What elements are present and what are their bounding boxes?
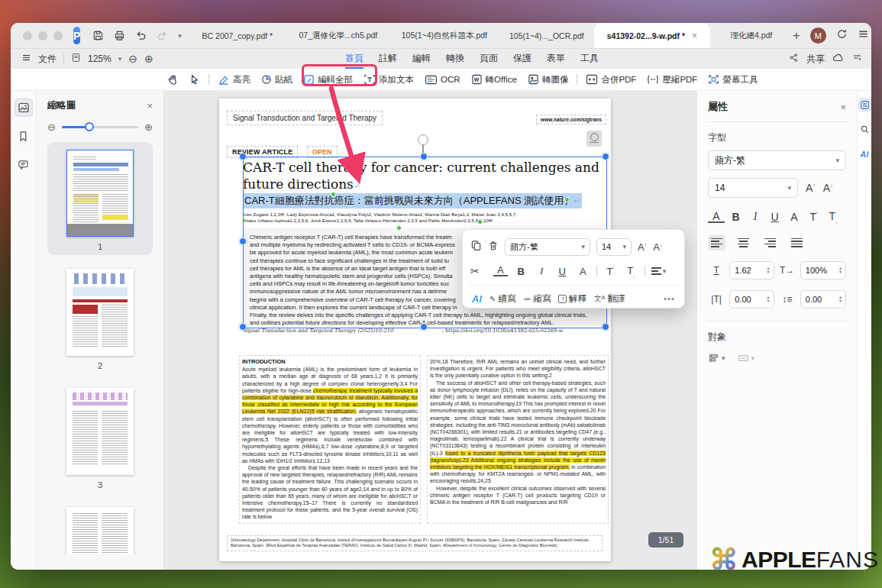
- highlight-tool[interactable]: 高亮: [218, 74, 250, 86]
- sticker-tool[interactable]: 貼紙: [261, 74, 292, 86]
- search-icon[interactable]: [858, 123, 871, 136]
- citation-line: Signal Transduction and Targeted Therapy…: [243, 328, 606, 334]
- file-menu-icon[interactable]: [21, 53, 31, 65]
- font-family-select[interactable]: 蘋方-繁▾: [708, 150, 846, 170]
- add-text-tool[interactable]: 添加文本: [363, 74, 414, 86]
- thumb-zoom-in-icon[interactable]: ⊕: [144, 121, 153, 133]
- zoom-dropdown-icon[interactable]: ▾: [118, 55, 122, 63]
- edit-all-tool[interactable]: 編輯全部: [303, 74, 353, 86]
- properties-close-icon[interactable]: ×: [840, 102, 846, 113]
- italic-button[interactable]: I: [747, 211, 764, 223]
- pdf-page-1[interactable]: Signal Transduction and Targeted Therapy…: [219, 99, 611, 561]
- undo-icon[interactable]: [135, 30, 147, 41]
- align-left-button[interactable]: [708, 235, 725, 250]
- save-icon[interactable]: [92, 30, 104, 41]
- tab-document-4[interactable]: 105(1~4)..._OCR.pdf: [499, 23, 594, 48]
- slider-knob[interactable]: [85, 122, 94, 131]
- thumbnail-page-1[interactable]: [66, 150, 134, 237]
- tab-document-5-active[interactable]: s41392-02...9-w.pdf *×: [594, 23, 710, 48]
- tab-document-2[interactable]: 07_選修化學...ch5.pdf: [287, 23, 389, 48]
- zoom-level-value[interactable]: 125%: [88, 53, 111, 64]
- paper-title-translated[interactable]: CAR-T細胞療法對抗癌症：當前挑戰與未來方向（APPLEFANS 測試使用）↵: [243, 193, 582, 208]
- thumb-zoom-out-icon[interactable]: ⊖: [47, 121, 56, 133]
- thumbnail-item-1[interactable]: 1: [47, 142, 153, 255]
- paper-title[interactable]: CAR-T cell therapy for cancer: current c…: [243, 160, 602, 194]
- share-label[interactable]: 共享: [806, 53, 825, 66]
- thumbnail-item-2[interactable]: 2: [47, 261, 153, 374]
- line-height-stepper[interactable]: 1.62▲▼: [729, 261, 774, 279]
- ocr-tool[interactable]: OCR: [425, 75, 460, 85]
- new-tab-button[interactable]: +: [793, 28, 800, 44]
- bold-button[interactable]: B: [728, 211, 745, 223]
- menu-convert[interactable]: 轉換: [446, 49, 464, 69]
- subscript-button[interactable]: T,: [825, 210, 842, 225]
- menu-protect[interactable]: 保護: [513, 49, 531, 69]
- cloud-icon[interactable]: [832, 53, 845, 65]
- bookmarks-panel-button[interactable]: [15, 127, 33, 145]
- minimize-window-button[interactable]: [38, 31, 47, 40]
- abstract-block[interactable]: Chimeric antigen receptor T (CAR-T) cell…: [243, 228, 606, 326]
- thumb-size-slider[interactable]: [62, 126, 138, 128]
- menu-form[interactable]: 表單: [547, 49, 565, 69]
- superscript-button[interactable]: T': [806, 211, 822, 223]
- redo-icon[interactable]: [157, 30, 168, 41]
- thumbnail-item-3[interactable]: 3: [47, 380, 153, 493]
- tab-document-6[interactable]: 理化總4.pdf: [710, 23, 793, 48]
- menu-home[interactable]: 首頁: [345, 49, 363, 69]
- zoom-window-button[interactable]: [53, 31, 63, 40]
- print-icon[interactable]: [114, 30, 125, 41]
- to-office-tool[interactable]: 轉Office: [471, 74, 517, 86]
- thumbnail-page-2[interactable]: [66, 269, 134, 356]
- compress-pdf-tool[interactable]: 壓縮PDF: [647, 74, 697, 86]
- tab-document-1[interactable]: BC 2007_copy.pdf *: [188, 23, 287, 48]
- align-right-button[interactable]: [761, 235, 779, 250]
- thumbnails-panel-button[interactable]: [15, 99, 33, 117]
- comments-panel-button[interactable]: [15, 155, 33, 173]
- zoom-in-icon[interactable]: ⊕: [144, 53, 153, 65]
- align-center-button[interactable]: [735, 235, 752, 250]
- object-align-dropdown[interactable]: ▾: [708, 353, 725, 363]
- sidebar-close-icon[interactable]: ×: [147, 100, 153, 111]
- thumbnail-item-4[interactable]: 4: [47, 499, 153, 554]
- increase-font-button[interactable]: A↑: [806, 182, 816, 194]
- merge-pdf-tool[interactable]: 合併PDF: [586, 74, 636, 86]
- hand-tool-icon[interactable]: [167, 74, 179, 86]
- menu-page[interactable]: 頁面: [480, 49, 498, 69]
- file-menu-label[interactable]: 文件: [38, 53, 57, 66]
- page-view-icon[interactable]: [71, 53, 81, 65]
- screen-tools-tool[interactable]: 螢幕工具: [708, 74, 758, 86]
- properties-strip-button[interactable]: [858, 99, 871, 111]
- decrease-font-button[interactable]: A↓: [823, 182, 833, 194]
- right-column[interactable]: 20%.18 Therefore, R/R AML remains an unm…: [427, 355, 609, 524]
- tab-document-3[interactable]: 105(1~4)自然科題本.pdf: [389, 23, 499, 48]
- tab-close-icon[interactable]: ×: [692, 31, 697, 41]
- user-avatar[interactable]: M: [810, 27, 826, 44]
- close-window-button[interactable]: [23, 31, 32, 40]
- thumbnail-page-4[interactable]: [66, 507, 134, 554]
- font-size-select[interactable]: 14▾: [708, 178, 798, 198]
- align-justify-button[interactable]: [788, 235, 806, 250]
- font-color-button[interactable]: A: [708, 212, 725, 223]
- history-dropdown-icon[interactable]: ▾: [178, 32, 182, 40]
- menu-tools[interactable]: 工具: [580, 49, 599, 69]
- horizontal-scale-stepper[interactable]: 100%▲▼: [800, 261, 846, 279]
- spellcheck-dot: [477, 219, 483, 225]
- menu-edit[interactable]: 編輯: [412, 49, 431, 69]
- object-distribute-dropdown[interactable]: ▾: [738, 353, 755, 363]
- line-spacing-stepper[interactable]: 0.00▲▼: [800, 290, 846, 309]
- ai-assistant-button[interactable]: AI: [858, 147, 871, 160]
- menu-annotate[interactable]: 註解: [379, 49, 397, 69]
- main-menu-icon[interactable]: [858, 28, 869, 43]
- highlight-color-button[interactable]: A: [786, 211, 803, 223]
- select-tool-icon[interactable]: [189, 74, 200, 85]
- thumbnail-page-3[interactable]: [66, 388, 134, 475]
- underline-button[interactable]: U: [767, 211, 783, 223]
- collapse-toolbar-icon[interactable]: [852, 53, 862, 65]
- char-spacing-stepper[interactable]: 0.00▲▼: [729, 290, 774, 309]
- share-icon[interactable]: [789, 53, 799, 65]
- document-area[interactable]: Signal Transduction and Targeted Therapy…: [164, 91, 696, 570]
- sync-icon[interactable]: [836, 28, 848, 43]
- left-column[interactable]: INTRODUCTION Acute myeloid leukemia (AML…: [239, 355, 421, 524]
- to-image-tool[interactable]: 轉圖像: [528, 74, 569, 86]
- zoom-out-icon[interactable]: ⊖: [128, 53, 137, 65]
